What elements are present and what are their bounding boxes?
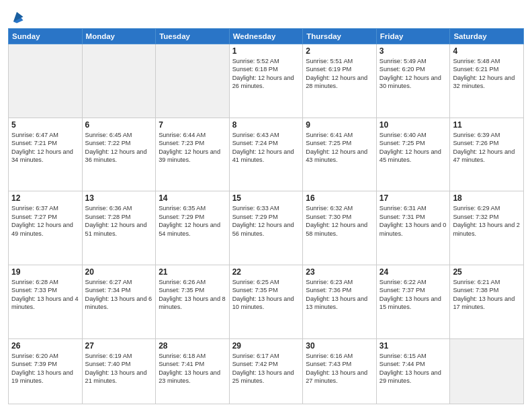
day-header-saturday: Saturday (450, 29, 524, 44)
calendar-cell: 23Sunrise: 6:23 AM Sunset: 7:36 PM Dayli… (303, 265, 377, 339)
day-info: Sunrise: 6:29 AM Sunset: 7:32 PM Dayligh… (453, 204, 521, 238)
logo-icon (9, 9, 24, 24)
calendar-cell: 18Sunrise: 6:29 AM Sunset: 7:32 PM Dayli… (450, 191, 524, 265)
calendar-cell: 19Sunrise: 6:28 AM Sunset: 7:33 PM Dayli… (9, 265, 83, 339)
day-number: 23 (306, 267, 373, 277)
day-header-thursday: Thursday (303, 29, 377, 44)
day-info: Sunrise: 6:28 AM Sunset: 7:33 PM Dayligh… (11, 278, 79, 312)
week-row-2: 5Sunrise: 6:47 AM Sunset: 7:21 PM Daylig… (9, 118, 524, 191)
calendar-cell (82, 44, 156, 118)
calendar-cell: 28Sunrise: 6:18 AM Sunset: 7:41 PM Dayli… (156, 338, 230, 404)
calendar-cell (450, 338, 524, 404)
calendar-cell: 20Sunrise: 6:27 AM Sunset: 7:34 PM Dayli… (82, 265, 156, 339)
day-info: Sunrise: 6:19 AM Sunset: 7:40 PM Dayligh… (85, 352, 153, 385)
day-number: 24 (380, 267, 447, 277)
week-row-5: 26Sunrise: 6:20 AM Sunset: 7:39 PM Dayli… (9, 338, 524, 404)
day-number: 27 (85, 341, 153, 351)
day-header-tuesday: Tuesday (156, 29, 230, 44)
calendar-cell: 22Sunrise: 6:25 AM Sunset: 7:35 PM Dayli… (229, 265, 303, 339)
day-number: 17 (380, 193, 447, 203)
calendar-cell: 15Sunrise: 6:33 AM Sunset: 7:29 PM Dayli… (229, 191, 303, 265)
page: SundayMondayTuesdayWednesdayThursdayFrid… (0, 0, 532, 411)
calendar-cell: 14Sunrise: 6:35 AM Sunset: 7:29 PM Dayli… (156, 191, 230, 265)
day-number: 13 (85, 193, 153, 203)
day-number: 6 (85, 120, 153, 130)
day-header-monday: Monday (82, 29, 156, 44)
day-info: Sunrise: 6:23 AM Sunset: 7:36 PM Dayligh… (306, 278, 373, 312)
calendar-cell: 31Sunrise: 6:15 AM Sunset: 7:44 PM Dayli… (376, 338, 450, 404)
day-number: 29 (232, 341, 300, 351)
day-number: 20 (85, 267, 153, 277)
day-info: Sunrise: 6:41 AM Sunset: 7:25 PM Dayligh… (306, 131, 373, 165)
day-number: 18 (453, 193, 521, 203)
calendar-cell: 29Sunrise: 6:17 AM Sunset: 7:42 PM Dayli… (229, 338, 303, 404)
day-number: 26 (11, 341, 79, 351)
day-info: Sunrise: 5:52 AM Sunset: 6:18 PM Dayligh… (232, 57, 300, 91)
day-info: Sunrise: 6:26 AM Sunset: 7:35 PM Dayligh… (159, 278, 226, 312)
calendar-cell: 13Sunrise: 6:36 AM Sunset: 7:28 PM Dayli… (82, 191, 156, 265)
day-info: Sunrise: 6:40 AM Sunset: 7:25 PM Dayligh… (380, 131, 447, 165)
day-number: 5 (11, 120, 79, 130)
calendar: SundayMondayTuesdayWednesdayThursdayFrid… (8, 28, 524, 404)
day-header-sunday: Sunday (9, 29, 83, 44)
day-info: Sunrise: 6:25 AM Sunset: 7:35 PM Dayligh… (232, 278, 300, 312)
calendar-cell: 2Sunrise: 5:51 AM Sunset: 6:19 PM Daylig… (303, 44, 377, 118)
day-info: Sunrise: 6:21 AM Sunset: 7:38 PM Dayligh… (453, 278, 521, 312)
day-info: Sunrise: 6:31 AM Sunset: 7:31 PM Dayligh… (380, 204, 447, 238)
day-number: 9 (306, 120, 373, 130)
day-number: 3 (380, 46, 447, 56)
calendar-cell: 10Sunrise: 6:40 AM Sunset: 7:25 PM Dayli… (376, 118, 450, 191)
day-info: Sunrise: 6:17 AM Sunset: 7:42 PM Dayligh… (232, 352, 300, 385)
calendar-cell: 24Sunrise: 6:22 AM Sunset: 7:37 PM Dayli… (376, 265, 450, 339)
day-info: Sunrise: 6:36 AM Sunset: 7:28 PM Dayligh… (85, 204, 153, 238)
calendar-cell: 12Sunrise: 6:37 AM Sunset: 7:27 PM Dayli… (9, 191, 83, 265)
day-number: 31 (380, 341, 447, 351)
calendar-cell (9, 44, 83, 118)
day-number: 7 (159, 120, 226, 130)
day-info: Sunrise: 6:18 AM Sunset: 7:41 PM Dayligh… (159, 352, 226, 385)
day-number: 19 (11, 267, 79, 277)
day-number: 21 (159, 267, 226, 277)
calendar-cell: 21Sunrise: 6:26 AM Sunset: 7:35 PM Dayli… (156, 265, 230, 339)
day-info: Sunrise: 6:33 AM Sunset: 7:29 PM Dayligh… (232, 204, 300, 238)
calendar-cell: 4Sunrise: 5:48 AM Sunset: 6:21 PM Daylig… (450, 44, 524, 118)
day-info: Sunrise: 5:49 AM Sunset: 6:20 PM Dayligh… (380, 57, 447, 91)
calendar-cell: 1Sunrise: 5:52 AM Sunset: 6:18 PM Daylig… (229, 44, 303, 118)
day-info: Sunrise: 5:48 AM Sunset: 6:21 PM Dayligh… (453, 57, 521, 91)
day-number: 16 (306, 193, 373, 203)
day-info: Sunrise: 5:51 AM Sunset: 6:19 PM Dayligh… (306, 57, 373, 91)
day-info: Sunrise: 6:27 AM Sunset: 7:34 PM Dayligh… (85, 278, 153, 312)
day-info: Sunrise: 6:20 AM Sunset: 7:39 PM Dayligh… (11, 352, 79, 385)
day-number: 25 (453, 267, 521, 277)
calendar-cell: 17Sunrise: 6:31 AM Sunset: 7:31 PM Dayli… (376, 191, 450, 265)
day-info: Sunrise: 6:37 AM Sunset: 7:27 PM Dayligh… (11, 204, 79, 238)
day-number: 22 (232, 267, 300, 277)
calendar-cell: 11Sunrise: 6:39 AM Sunset: 7:26 PM Dayli… (450, 118, 524, 191)
header (8, 7, 524, 24)
day-number: 10 (380, 120, 447, 130)
day-info: Sunrise: 6:32 AM Sunset: 7:30 PM Dayligh… (306, 204, 373, 238)
day-info: Sunrise: 6:45 AM Sunset: 7:22 PM Dayligh… (85, 131, 153, 165)
week-row-3: 12Sunrise: 6:37 AM Sunset: 7:27 PM Dayli… (9, 191, 524, 265)
day-number: 14 (159, 193, 226, 203)
calendar-cell: 25Sunrise: 6:21 AM Sunset: 7:38 PM Dayli… (450, 265, 524, 339)
logo (8, 9, 24, 24)
calendar-cell: 16Sunrise: 6:32 AM Sunset: 7:30 PM Dayli… (303, 191, 377, 265)
calendar-cell: 7Sunrise: 6:44 AM Sunset: 7:23 PM Daylig… (156, 118, 230, 191)
calendar-cell: 5Sunrise: 6:47 AM Sunset: 7:21 PM Daylig… (9, 118, 83, 191)
calendar-cell: 27Sunrise: 6:19 AM Sunset: 7:40 PM Dayli… (82, 338, 156, 404)
day-header-wednesday: Wednesday (229, 29, 303, 44)
day-number: 30 (306, 341, 373, 351)
day-number: 8 (232, 120, 300, 130)
day-number: 4 (453, 46, 521, 56)
day-number: 1 (232, 46, 300, 56)
day-number: 11 (453, 120, 521, 130)
day-info: Sunrise: 6:44 AM Sunset: 7:23 PM Dayligh… (159, 131, 226, 165)
day-info: Sunrise: 6:22 AM Sunset: 7:37 PM Dayligh… (380, 278, 447, 312)
day-info: Sunrise: 6:43 AM Sunset: 7:24 PM Dayligh… (232, 131, 300, 165)
week-row-4: 19Sunrise: 6:28 AM Sunset: 7:33 PM Dayli… (9, 265, 524, 339)
calendar-cell (156, 44, 230, 118)
day-info: Sunrise: 6:15 AM Sunset: 7:44 PM Dayligh… (380, 352, 447, 385)
day-info: Sunrise: 6:39 AM Sunset: 7:26 PM Dayligh… (453, 131, 521, 165)
day-info: Sunrise: 6:16 AM Sunset: 7:43 PM Dayligh… (306, 352, 373, 385)
